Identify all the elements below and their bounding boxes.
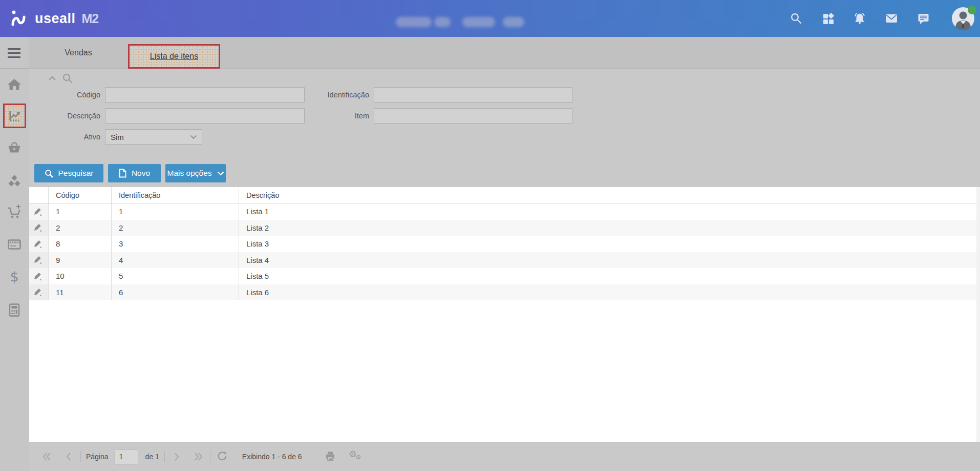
column-header-codigo[interactable]: Código — [49, 187, 112, 203]
cell-codigo: 8 — [49, 236, 112, 252]
table-row[interactable]: 8 3 Lista 3 — [29, 236, 980, 252]
edit-pencil-icon[interactable] — [33, 239, 42, 249]
menu-hamburger-icon[interactable] — [8, 48, 20, 58]
sidebar-item-sales-chart[interactable] — [7, 108, 23, 124]
descricao-input[interactable] — [105, 108, 305, 124]
left-sidebar: $ — [0, 37, 29, 471]
ativo-chevron-down-icon — [190, 135, 197, 139]
table-row[interactable]: 9 4 Lista 4 — [29, 252, 980, 269]
edit-pencil-icon[interactable] — [33, 223, 42, 232]
tab-bar: Vendas Lista de itens — [29, 37, 980, 69]
collapse-chevron-up-icon[interactable] — [48, 75, 57, 84]
cell-codigo: 11 — [49, 284, 112, 301]
table-row[interactable]: 1 1 Lista 1 — [29, 203, 980, 220]
blurred-text — [503, 17, 524, 27]
last-page-button[interactable] — [191, 450, 205, 463]
tab-vendas[interactable]: Vendas — [49, 37, 108, 69]
cell-identificacao: 4 — [112, 252, 239, 269]
page-of-label: de 1 — [145, 453, 159, 461]
notifications-bell-icon[interactable] — [853, 12, 866, 25]
column-header-identificacao[interactable]: Identificação — [112, 187, 239, 203]
ativo-select[interactable]: Sim — [105, 129, 202, 145]
cell-codigo: 2 — [49, 220, 112, 236]
blurred-text — [462, 17, 495, 27]
online-status-dot — [968, 6, 976, 14]
codigo-input[interactable] — [105, 87, 305, 103]
grid-settings-gears-icon[interactable]: ⚙⚙ — [349, 450, 365, 463]
cell-descricao: Lista 4 — [239, 252, 980, 269]
sidebar-item-calculator[interactable] — [6, 301, 23, 319]
blurred-text — [396, 17, 432, 27]
cell-descricao: Lista 2 — [239, 220, 980, 236]
item-combo-input[interactable] — [374, 108, 572, 124]
page-number-input[interactable] — [115, 449, 138, 464]
pagination-bar: Página de 1 Exibindo 1 - 6 de 6 ⚙⚙ — [29, 442, 980, 471]
cell-identificacao: 5 — [112, 268, 239, 284]
cell-identificacao: 3 — [112, 236, 239, 252]
mail-icon[interactable] — [885, 12, 898, 25]
cell-identificacao: 2 — [112, 220, 239, 236]
cell-descricao: Lista 1 — [239, 203, 980, 220]
edit-pencil-icon[interactable] — [33, 207, 42, 216]
useall-logo-icon — [10, 9, 29, 28]
tab-lista-de-itens[interactable]: Lista de itens — [128, 44, 220, 69]
descricao-label: Descrição — [29, 112, 105, 120]
sidebar-item-finance-dollar[interactable]: $ — [6, 268, 23, 285]
ativo-selected-value: Sim — [111, 133, 124, 141]
app-header: useall M2 — [0, 0, 980, 37]
column-header-descricao[interactable]: Descrição — [239, 187, 980, 203]
next-page-button[interactable] — [170, 450, 183, 463]
product-text: M2 — [82, 11, 99, 26]
user-avatar[interactable] — [951, 7, 975, 30]
cell-descricao: Lista 6 — [239, 284, 980, 301]
cell-descricao: Lista 3 — [239, 236, 980, 252]
search-icon[interactable] — [790, 12, 803, 25]
scrollbar-track[interactable] — [976, 187, 980, 442]
sidebar-item-card[interactable] — [6, 236, 23, 253]
sidebar-item-home[interactable] — [6, 76, 23, 93]
table-row[interactable]: 2 2 Lista 2 — [29, 220, 980, 236]
apps-grid-icon[interactable] — [821, 12, 835, 25]
blurred-text — [434, 17, 451, 27]
pesquisar-button[interactable]: Pesquisar — [34, 164, 103, 182]
cell-codigo: 9 — [49, 252, 112, 269]
edit-pencil-icon[interactable] — [33, 272, 42, 281]
novo-button[interactable]: Novo — [108, 164, 161, 182]
grid-header-row: Código Identificação Descrição — [29, 187, 980, 203]
mais-opcoes-button[interactable]: Mais opções — [165, 164, 226, 182]
refresh-icon[interactable] — [216, 450, 229, 463]
edit-pencil-icon[interactable] — [33, 288, 42, 297]
prev-page-button[interactable] — [62, 450, 75, 463]
mais-opcoes-label: Mais opções — [167, 169, 211, 178]
identificacao-input[interactable] — [374, 87, 572, 103]
sidebar-item-basket[interactable] — [6, 139, 23, 156]
chat-icon[interactable] — [917, 12, 930, 25]
print-icon[interactable] — [324, 450, 337, 463]
svg-text:$: $ — [10, 269, 18, 284]
sidebar-annotation-box — [3, 104, 26, 128]
cell-identificacao: 1 — [112, 203, 239, 220]
results-status: Exibindo 1 - 6 de 6 — [242, 453, 302, 461]
sidebar-item-products-cubes[interactable] — [6, 173, 23, 191]
new-document-icon — [119, 169, 126, 178]
cell-identificacao: 6 — [112, 284, 239, 301]
sidebar-item-cart-add[interactable] — [6, 203, 23, 220]
separator — [210, 451, 210, 462]
cell-codigo: 10 — [49, 268, 112, 284]
identificacao-label: Identificação — [301, 91, 374, 99]
separator — [164, 451, 165, 462]
table-row[interactable]: 11 6 Lista 6 — [29, 284, 980, 301]
first-page-button[interactable] — [40, 450, 54, 463]
table-row[interactable]: 10 5 Lista 5 — [29, 268, 980, 284]
novo-label: Novo — [132, 169, 150, 178]
edit-pencil-icon[interactable] — [33, 255, 42, 264]
edit-column-header — [29, 187, 49, 203]
separator — [80, 451, 81, 462]
item-label: Item — [301, 112, 374, 120]
main-area: Vendas Lista de itens Código Identificaç… — [29, 37, 980, 471]
results-grid: Código Identificação Descrição 1 1 Lista… — [29, 187, 980, 442]
brand-text: useall — [35, 11, 76, 27]
codigo-label: Código — [29, 91, 105, 99]
filter-search-icon[interactable] — [62, 73, 73, 86]
cell-descricao: Lista 5 — [239, 268, 980, 284]
